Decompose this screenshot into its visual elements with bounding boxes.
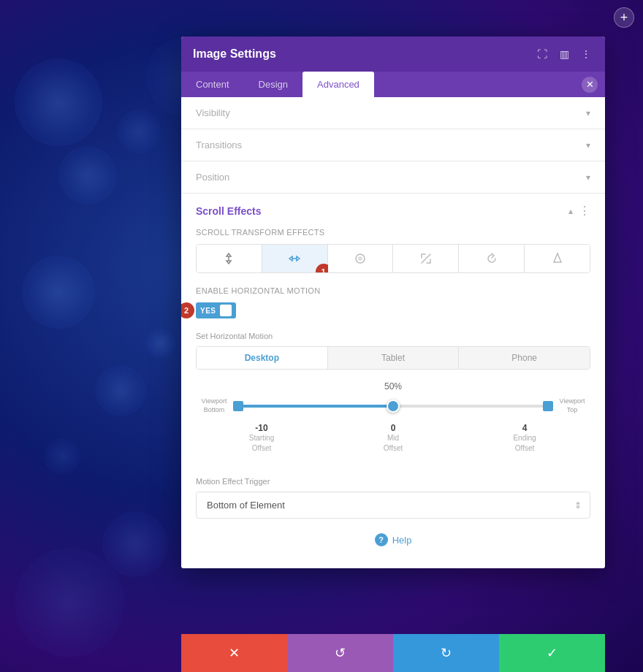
device-tab-desktop[interactable]: Desktop [197, 347, 328, 369]
scroll-effects-actions: ▴ ⋮ [568, 204, 590, 218]
visibility-label: Visibility [196, 107, 230, 118]
position-section: Position ▾ [181, 161, 605, 194]
undo-button[interactable]: ↺ [287, 634, 393, 672]
columns-icon[interactable]: ▥ [557, 47, 571, 61]
slider-track[interactable] [238, 405, 548, 408]
transitions-section: Transitions ▾ [181, 129, 605, 161]
mid-offset-value: 0 [327, 423, 459, 433]
position-label: Position [196, 172, 229, 183]
tab-close-area: ✕ [582, 72, 605, 97]
position-chevron: ▾ [586, 172, 590, 183]
help-text[interactable]: Help [392, 535, 412, 546]
slider-track-row: ViewportBottom ViewportTop [196, 397, 590, 414]
trigger-label: Motion Effect Trigger [196, 477, 590, 486]
device-tabs: 3 Desktop Tablet Phone [196, 346, 590, 370]
scroll-effects-more[interactable]: ⋮ [579, 204, 590, 218]
transitions-accordion[interactable]: Transitions ▾ [181, 129, 605, 161]
help-row: ? Help [196, 519, 590, 554]
starting-offset-value: -10 [196, 423, 327, 433]
starting-offset-col: -10 StartingOffset [196, 423, 327, 454]
tab-advanced[interactable]: Advanced [303, 72, 374, 97]
transform-icons-row: 1 [196, 244, 590, 273]
toggle-knob [220, 305, 232, 316]
visibility-section: Visibility ▾ [181, 97, 605, 129]
slider-handle-right[interactable] [543, 401, 553, 411]
add-button[interactable]: + [614, 7, 634, 28]
step-badge-2: 2 [181, 302, 194, 318]
slider-thumb-center[interactable] [387, 400, 400, 413]
visibility-accordion[interactable]: Visibility ▾ [181, 97, 605, 129]
visibility-chevron: ▾ [586, 108, 590, 118]
ending-offset-label: EndingOffset [459, 433, 590, 454]
device-tab-phone[interactable]: Phone [459, 347, 590, 369]
tab-content[interactable]: Content [181, 72, 244, 97]
blur-btn[interactable] [328, 245, 394, 272]
viewport-top-label: ViewportTop [554, 397, 590, 414]
settings-panel: Image Settings ⛶ ▥ ⋮ Content Design Adva… [181, 37, 605, 568]
mid-offset-label: MidOffset [327, 433, 459, 454]
save-button[interactable]: ✓ [499, 634, 605, 672]
starting-offset-label: StartingOffset [196, 433, 327, 454]
ending-offset-value: 4 [459, 423, 590, 433]
scroll-effects-title: Scroll Effects [196, 205, 261, 217]
ending-offset-col: 4 EndingOffset [459, 423, 590, 454]
slider-fill [238, 405, 393, 408]
panel-header-icons: ⛶ ▥ ⋮ [535, 47, 593, 61]
position-accordion[interactable]: Position ▾ [181, 161, 605, 193]
scroll-effects-header: Scroll Effects ▴ ⋮ [196, 194, 590, 228]
set-motion-label: Set Horizontal Motion [196, 332, 590, 340]
mid-offset-col: 0 MidOffset [327, 423, 459, 454]
panel-title: Image Settings [193, 47, 276, 61]
slider-percent: 50% [196, 381, 590, 392]
scroll-effects-collapse[interactable]: ▴ [568, 206, 573, 216]
enable-motion-label: Enable Horizontal Motion [196, 286, 590, 295]
trigger-select-wrapper: Bottom of Element Center of Element Top … [196, 492, 590, 519]
svg-point-1 [358, 256, 362, 261]
close-button[interactable]: ✕ [582, 77, 598, 93]
scale-btn[interactable] [393, 245, 459, 272]
opacity-btn[interactable] [525, 245, 590, 272]
panel-body: Visibility ▾ Transitions ▾ Position ▾ Sc… [181, 97, 605, 568]
transitions-label: Transitions [196, 140, 242, 150]
action-bar: ✕ ↺ ↻ ✓ [181, 634, 605, 672]
slider-handle-left[interactable] [233, 401, 243, 411]
horizontal-motion-btn[interactable]: 1 [262, 245, 328, 272]
vertical-motion-btn[interactable] [197, 245, 262, 272]
offset-row: -10 StartingOffset 0 MidOffset 4 EndingO… [196, 423, 590, 454]
tab-bar: Content Design Advanced ✕ [181, 72, 605, 97]
device-tab-tablet[interactable]: Tablet [328, 347, 460, 369]
redo-button[interactable]: ↻ [393, 634, 499, 672]
fullscreen-icon[interactable]: ⛶ [535, 47, 549, 61]
slider-container: 50% ViewportBottom [196, 381, 590, 465]
more-options-icon[interactable]: ⋮ [579, 47, 593, 61]
cancel-button[interactable]: ✕ [181, 634, 287, 672]
scroll-effects-section: Scroll Effects ▴ ⋮ Scroll Transform Effe… [181, 194, 605, 568]
panel-header: Image Settings ⛶ ▥ ⋮ [181, 37, 605, 72]
toggle-row: 2 YES [196, 302, 590, 318]
tab-design[interactable]: Design [244, 72, 303, 97]
trigger-select[interactable]: Bottom of Element Center of Element Top … [196, 492, 590, 519]
help-icon: ? [375, 533, 388, 546]
transitions-chevron: ▾ [586, 140, 590, 150]
viewport-bottom-label: ViewportBottom [196, 397, 232, 414]
toggle-yes-label: YES [200, 307, 216, 315]
enable-motion-toggle[interactable]: YES [196, 302, 236, 318]
scroll-transform-label: Scroll Transform Effects [196, 228, 590, 237]
rotate-btn[interactable] [459, 245, 525, 272]
